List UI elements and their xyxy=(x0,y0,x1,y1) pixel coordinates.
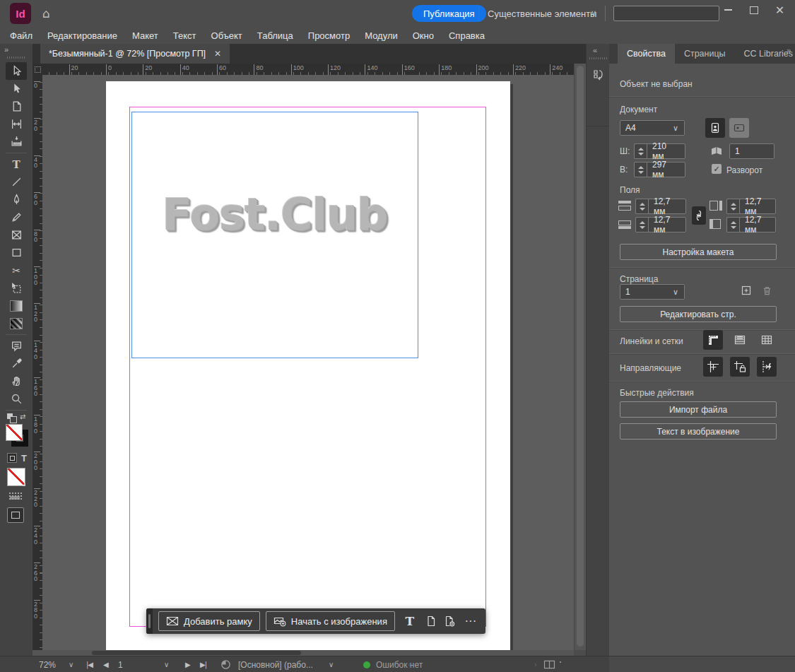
graphic-frame[interactable]: Fost.Club xyxy=(131,112,418,358)
apply-none-swatch[interactable] xyxy=(7,468,25,486)
close-button[interactable]: ✕ xyxy=(767,0,792,20)
orientation-landscape-button[interactable] xyxy=(729,118,749,138)
tools-grip[interactable] xyxy=(7,57,25,59)
spread-view-icon[interactable] xyxy=(543,656,555,672)
text-to-image-button[interactable]: Текст в изображение xyxy=(620,423,777,440)
screen-mode-icon[interactable] xyxy=(7,507,24,523)
next-page-icon[interactable]: ▶ xyxy=(185,656,190,672)
apply-to-objects-icon[interactable] xyxy=(8,492,23,500)
gradient-swatch-tool[interactable] xyxy=(6,297,27,314)
chevron-down-icon[interactable]: ∨ xyxy=(673,288,678,297)
zoom-chevron-icon[interactable]: ∨ xyxy=(69,656,73,672)
formatting-affects-container-icon[interactable] xyxy=(7,453,17,463)
height-field[interactable]: 297 мм xyxy=(647,162,685,177)
link-margins-icon[interactable] xyxy=(692,206,706,225)
line-tool[interactable] xyxy=(6,173,27,191)
selection-tool[interactable] xyxy=(6,62,27,80)
margin-left-field[interactable]: 12,7 мм xyxy=(739,217,776,232)
tab-close-icon[interactable]: ✕ xyxy=(214,49,221,59)
hand-tool[interactable] xyxy=(6,372,27,390)
document-grid-icon[interactable] xyxy=(757,330,777,350)
chevron-down-icon[interactable]: ∨ xyxy=(591,8,596,18)
margin-bottom-field[interactable]: 12,7 мм xyxy=(648,217,686,232)
horizontal-scrollbar-thumb[interactable] xyxy=(92,651,301,655)
import-file-button[interactable]: Импорт файла xyxy=(620,401,777,418)
previous-page-icon[interactable]: ◀ xyxy=(103,656,108,672)
expand-tools-icon[interactable]: » xyxy=(4,45,8,54)
delete-page-icon[interactable] xyxy=(759,283,775,298)
smart-guides-icon[interactable] xyxy=(757,357,777,377)
maximize-button[interactable] xyxy=(741,0,766,20)
more-options-icon[interactable]: ··· xyxy=(461,614,480,628)
adjust-layout-button[interactable]: Настройка макета xyxy=(620,244,777,260)
width-stepper[interactable] xyxy=(634,143,647,159)
frame-tool[interactable] xyxy=(6,226,27,244)
vertical-scrollbar-thumb[interactable] xyxy=(577,66,584,647)
pencil-tool[interactable] xyxy=(6,208,27,226)
minimize-button[interactable] xyxy=(716,0,741,20)
show-guides-icon[interactable] xyxy=(703,357,723,377)
vertical-scrollbar[interactable] xyxy=(574,64,587,650)
page-number-chevron-icon[interactable]: ∨ xyxy=(164,656,169,672)
menu-layout[interactable]: Макет xyxy=(132,30,158,41)
swap-fill-stroke-icon[interactable]: ⇄ xyxy=(20,413,25,420)
add-page-button[interactable] xyxy=(738,283,754,298)
start-with-image-button[interactable]: Начать с изображения xyxy=(266,611,395,631)
margin-bottom-stepper[interactable] xyxy=(635,217,649,232)
fill-stroke-swatches[interactable] xyxy=(4,423,31,449)
page-tool[interactable] xyxy=(6,98,27,115)
menu-help[interactable]: Справка xyxy=(449,30,485,41)
page-number-field[interactable]: 1 xyxy=(118,656,123,672)
lock-guides-icon[interactable] xyxy=(730,357,750,377)
orientation-portrait-button[interactable] xyxy=(705,118,725,138)
current-page-select[interactable]: 1 ∨ xyxy=(620,284,685,300)
zoom-tool[interactable] xyxy=(6,390,27,408)
document-page[interactable]: Fost.Club xyxy=(106,81,510,650)
menu-type[interactable]: Текст xyxy=(173,30,196,41)
direct-selection-tool[interactable] xyxy=(6,80,27,98)
scissors-tool[interactable]: ✂ xyxy=(6,261,27,279)
panel-menu-icon[interactable]: » xyxy=(787,46,791,54)
horizontal-scrollbar[interactable] xyxy=(33,650,574,656)
pages-count-field[interactable]: 1 xyxy=(729,143,775,159)
last-page-icon[interactable]: ▶| xyxy=(200,656,206,672)
menu-object[interactable]: Объект xyxy=(211,30,242,41)
width-field[interactable]: 210 мм xyxy=(647,143,685,159)
ruler-origin[interactable] xyxy=(33,64,43,76)
resize-grip[interactable] xyxy=(559,656,567,672)
menu-table[interactable]: Таблица xyxy=(257,30,293,41)
menu-edit[interactable]: Редактирование xyxy=(47,30,117,41)
type-tool-shortcut[interactable]: T xyxy=(401,614,419,628)
error-status-label[interactable]: Ошибок нет xyxy=(376,656,423,672)
edit-page-button[interactable]: Редактировать стр. xyxy=(620,306,777,322)
type-tool[interactable]: T xyxy=(6,155,27,173)
free-transform-tool[interactable] xyxy=(6,279,27,297)
baseline-grid-icon[interactable] xyxy=(730,330,750,350)
first-page-icon[interactable]: |◀ xyxy=(86,656,93,672)
pen-tool[interactable] xyxy=(6,191,27,208)
collapse-panels-icon[interactable]: « xyxy=(593,46,597,54)
preflight-profile-icon[interactable] xyxy=(220,656,231,672)
vertical-ruler[interactable]: 020406080100120140160180200220240260280 xyxy=(33,75,42,650)
content-collector-tool[interactable] xyxy=(6,133,27,151)
tab-pages[interactable]: Страницы xyxy=(675,44,735,64)
chevron-down-icon[interactable]: ∨ xyxy=(673,124,678,133)
menu-file[interactable]: Файл xyxy=(10,30,33,41)
default-fill-stroke-icon[interactable]: ⇄ xyxy=(6,413,27,423)
page-size-select[interactable]: A4 ∨ xyxy=(620,120,685,136)
note-tool[interactable] xyxy=(6,337,27,355)
home-icon[interactable]: ⌂ xyxy=(42,6,50,20)
scroll-right-icon[interactable]: › xyxy=(534,656,537,672)
fill-none-swatch[interactable] xyxy=(6,424,23,441)
show-rulers-icon[interactable] xyxy=(703,330,723,350)
tab-properties[interactable]: Свойства xyxy=(618,44,675,64)
gradient-feather-tool[interactable] xyxy=(6,314,27,332)
toolbar-drag-handle[interactable] xyxy=(146,608,153,634)
search-input[interactable] xyxy=(613,6,719,21)
workspace-selector[interactable]: Существенные элементы xyxy=(488,8,596,19)
margin-top-field[interactable]: 12,7 мм xyxy=(648,199,686,214)
new-page-icon[interactable] xyxy=(443,615,456,627)
gap-tool[interactable] xyxy=(6,115,27,133)
formatting-affects-text-icon[interactable]: T xyxy=(21,453,27,464)
horizontal-ruler[interactable]: 20020406080100120140160180200220240 xyxy=(42,64,574,75)
